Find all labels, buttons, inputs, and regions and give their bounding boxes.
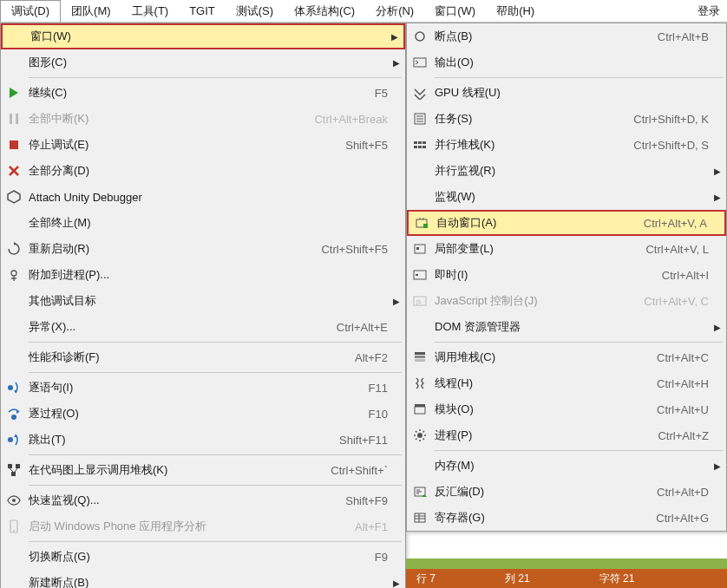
debug_menu-item[interactable]: 切换断点(G)F9 <box>1 544 405 570</box>
svg-point-41 <box>417 433 422 438</box>
windows_submenu-item[interactable]: 并行监视(R)▶ <box>407 158 726 184</box>
debug_menu-item[interactable]: 快速监视(Q)...Shift+F9 <box>1 487 405 513</box>
menubar-item-1[interactable]: 团队(M) <box>61 0 121 22</box>
menu-shortcut: Ctrl+Shift+` <box>322 464 388 477</box>
menu-label: 异常(X)... <box>29 319 328 335</box>
windows_submenu-item[interactable]: 寄存器(G)Ctrl+Alt+G <box>407 505 726 531</box>
menubar-item-7[interactable]: 窗口(W) <box>424 0 486 22</box>
debug_menu-item[interactable]: Attach Unity Debugger <box>1 184 405 210</box>
svg-rect-13 <box>8 464 12 468</box>
menu-label: 全部分离(D) <box>29 163 379 179</box>
windows_submenu-item[interactable]: 任务(S)Ctrl+Shift+D, K <box>407 106 726 132</box>
login-link[interactable]: 登录 <box>698 3 720 19</box>
locals-icon <box>410 239 429 258</box>
menubar: 调试(D)团队(M)工具(T)TGIT测试(S)体系结构(C)分析(N)窗口(W… <box>0 0 727 23</box>
windows_submenu-item[interactable]: GPU 线程(U) <box>407 80 726 106</box>
menubar-item-2[interactable]: 工具(T) <box>121 0 180 22</box>
windows_submenu-item[interactable]: 反汇编(D)Ctrl+Alt+D <box>407 479 726 505</box>
debug_menu-item[interactable]: 全部终止(M) <box>1 210 405 236</box>
blank-icon <box>410 317 429 336</box>
parallel-stacks-icon <box>410 135 429 154</box>
separator <box>29 342 402 343</box>
status-line: 行 7 <box>416 572 436 586</box>
blank-icon <box>4 53 23 72</box>
debug_menu-item[interactable]: 异常(X)...Ctrl+Alt+E <box>1 314 405 340</box>
windows_submenu-item[interactable]: DOM 资源管理器▶ <box>407 314 726 340</box>
svg-rect-26 <box>414 146 417 148</box>
windows_submenu-item[interactable]: 断点(B)Ctrl+Alt+B <box>407 23 726 49</box>
phone-icon <box>4 517 23 536</box>
statusbar: 行 7 列 21 字符 21 <box>406 569 727 588</box>
menu-label: 跳出(T) <box>29 432 331 448</box>
debug_menu-item[interactable]: 停止调试(E)Shift+F5 <box>1 132 405 158</box>
windows_submenu-item[interactable]: 模块(O)Ctrl+Alt+U <box>407 396 726 422</box>
windows_submenu-item[interactable]: 内存(M)▶ <box>407 453 726 479</box>
debug_menu-item[interactable]: 逐过程(O)F10 <box>1 401 405 427</box>
callstack-icon <box>410 348 429 367</box>
menubar-item-3[interactable]: TGIT <box>179 0 226 22</box>
svg-rect-25 <box>422 141 426 144</box>
debug_menu-item[interactable]: 图形(C)▶ <box>1 49 405 75</box>
menubar-item-6[interactable]: 分析(N) <box>365 0 424 22</box>
menu-shortcut: Ctrl+Alt+V, A <box>635 217 707 230</box>
menu-shortcut: Shift+F5 <box>337 139 388 152</box>
menu-label: 逐语句(I) <box>29 380 360 395</box>
windows_submenu-item[interactable]: 自动窗口(A)Ctrl+Alt+V, A <box>407 210 726 236</box>
menu-shortcut: Ctrl+Shift+D, K <box>625 113 709 126</box>
immediate-icon <box>410 265 429 284</box>
debug_menu-item[interactable]: 窗口(W)▶ <box>1 23 405 49</box>
blank-icon <box>410 187 429 206</box>
debug_menu-item[interactable]: 全部分离(D) <box>1 158 405 184</box>
menu-label: JavaScript 控制台(J) <box>435 293 635 309</box>
debug_menu-item[interactable]: 性能和诊断(F)Alt+F2 <box>1 344 405 370</box>
windows_submenu-item[interactable]: 进程(P)Ctrl+Alt+Z <box>407 422 726 448</box>
debug_menu-item[interactable]: 其他调试目标▶ <box>1 288 405 314</box>
separator <box>435 342 723 343</box>
menu-shortcut: Ctrl+Alt+H <box>648 377 709 390</box>
attach-icon <box>4 265 23 284</box>
debug_menu-item[interactable]: 继续(C)F5 <box>1 80 405 106</box>
windows_submenu-item[interactable]: 即时(I)Ctrl+Alt+I <box>407 262 726 288</box>
menu-label: 启动 Windows Phone 应用程序分析 <box>29 519 346 534</box>
submenu-arrow-icon: ▶ <box>386 32 398 42</box>
menu-label: 在代码图上显示调用堆栈(K) <box>29 462 322 478</box>
blank-icon <box>4 348 23 367</box>
svg-marker-4 <box>8 191 20 203</box>
restart-icon <box>4 239 23 258</box>
debug_menu-item[interactable]: 跳出(T)Shift+F11 <box>1 427 405 453</box>
separator <box>435 77 723 78</box>
windows_submenu-item[interactable]: 线程(H)Ctrl+Alt+H <box>407 370 726 396</box>
svg-point-7 <box>8 385 13 390</box>
unity-icon <box>4 187 23 206</box>
debug_menu-item[interactable]: 附加到进程(P)... <box>1 262 405 288</box>
windows_submenu-item[interactable]: 局部变量(L)Ctrl+Alt+V, L <box>407 236 726 262</box>
breakpoints-icon <box>410 27 429 46</box>
windows_submenu-item[interactable]: 输出(O) <box>407 49 726 75</box>
submenu-arrow-icon: ▶ <box>709 323 721 332</box>
svg-rect-15 <box>11 472 16 476</box>
menubar-item-4[interactable]: 测试(S) <box>226 0 284 22</box>
detach-red-icon <box>4 161 23 180</box>
windows_submenu-item[interactable]: 调用堆栈(C)Ctrl+Alt+C <box>407 344 726 370</box>
debug_menu-item: 启动 Windows Phone 应用程序分析Alt+F1 <box>1 513 405 539</box>
separator <box>29 372 402 373</box>
debug_menu-item[interactable]: 在代码图上显示调用堆栈(K)Ctrl+Shift+` <box>1 457 405 483</box>
debug_menu-item[interactable]: 新建断点(B)▶ <box>1 570 405 588</box>
debug_menu-item[interactable]: 逐语句(I)F11 <box>1 375 405 401</box>
menu-label: 性能和诊断(F) <box>29 350 346 365</box>
play-green-icon <box>4 83 23 102</box>
menu-label: 调用堆栈(C) <box>435 350 648 365</box>
menu-label: DOM 资源管理器 <box>435 319 700 335</box>
windows_submenu-item[interactable]: 并行堆栈(K)Ctrl+Shift+D, S <box>407 132 726 158</box>
windows_submenu-item[interactable]: 监视(W)▶ <box>407 184 726 210</box>
menu-label: 附加到进程(P)... <box>29 267 379 283</box>
debug_menu-item[interactable]: 重新启动(R)Ctrl+Shift+F5 <box>1 236 405 262</box>
svg-rect-23 <box>414 141 417 144</box>
menubar-item-5[interactable]: 体系结构(C) <box>284 0 365 22</box>
menu-label: 并行监视(R) <box>435 163 700 179</box>
menubar-item-8[interactable]: 帮助(H) <box>486 0 545 22</box>
submenu-arrow-icon: ▶ <box>709 461 721 471</box>
menubar-item-0[interactable]: 调试(D) <box>0 0 61 22</box>
menu-shortcut: Ctrl+Alt+V, L <box>637 243 709 256</box>
menu-label: 停止调试(E) <box>29 137 337 153</box>
